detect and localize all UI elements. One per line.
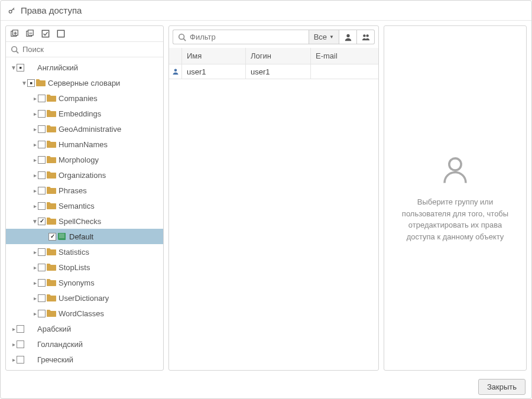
tree-checkbox[interactable] bbox=[38, 294, 46, 302]
tree-checkbox[interactable] bbox=[17, 64, 24, 72]
expand-arrow[interactable]: ▸ bbox=[32, 280, 38, 286]
filter-user-button[interactable] bbox=[339, 30, 357, 44]
row-icon-cell bbox=[169, 64, 182, 79]
folder-icon bbox=[47, 294, 56, 302]
tree-node-semantics[interactable]: ▸Semantics bbox=[6, 198, 163, 213]
tree-label: SpellChecks bbox=[59, 217, 101, 226]
tree-search[interactable] bbox=[6, 41, 163, 57]
filter-group-button[interactable] bbox=[357, 30, 375, 44]
tree-checkbox[interactable] bbox=[17, 356, 24, 364]
tree-label: Semantics bbox=[59, 202, 95, 210]
tree-node-stoplists[interactable]: ▸StopLists bbox=[6, 259, 163, 275]
tree-node-greek[interactable]: ▸Греческий bbox=[6, 352, 163, 367]
expand-arrow[interactable]: ▸ bbox=[11, 326, 17, 332]
filter-row: Все ▼ bbox=[169, 26, 378, 48]
grid-header: Имя Логин E-mail bbox=[169, 48, 378, 64]
tree-node-default[interactable]: ▸Default bbox=[6, 229, 163, 244]
expand-arrow[interactable]: ▸ bbox=[32, 95, 38, 102]
tree-checkbox[interactable] bbox=[38, 156, 46, 164]
expand-arrow[interactable]: ▼ bbox=[21, 80, 27, 86]
tree-node-arabic[interactable]: ▸Арабский bbox=[6, 321, 163, 336]
expand-arrow[interactable]: ▸ bbox=[32, 187, 38, 194]
expand-arrow[interactable]: ▸ bbox=[32, 126, 38, 132]
dialog-body: ▼Английский▼Серверные словари▸Companies▸… bbox=[1, 21, 531, 375]
folder-icon bbox=[47, 109, 56, 118]
group-icon bbox=[362, 33, 370, 41]
tree-search-input[interactable] bbox=[22, 45, 158, 54]
tree-node-organizations[interactable]: ▸Organizations bbox=[6, 167, 163, 183]
filter-box[interactable] bbox=[173, 30, 309, 44]
tree-node-dutch[interactable]: ▸Голландский bbox=[6, 336, 163, 352]
tree-node-spellchecks[interactable]: ▼SpellChecks bbox=[6, 213, 163, 229]
tree-checkbox[interactable] bbox=[17, 325, 24, 333]
access-rights-dialog: Права доступа ▼Английский▼Серверные слов… bbox=[0, 0, 532, 399]
expand-arrow[interactable]: ▼ bbox=[32, 218, 38, 225]
tree-node-embeddings[interactable]: ▸Embeddings bbox=[6, 106, 163, 121]
tree-label: HumanNames bbox=[59, 140, 108, 149]
tree-node-statistics[interactable]: ▸Statistics bbox=[6, 244, 163, 259]
tree-checkbox[interactable] bbox=[38, 125, 46, 133]
collapse-all-icon[interactable] bbox=[26, 30, 34, 38]
col-login[interactable]: Логин bbox=[246, 48, 311, 64]
tree-node-companies[interactable]: ▸Companies bbox=[6, 90, 163, 106]
tree-label: Phrases bbox=[59, 186, 87, 195]
tree-node-userdict[interactable]: ▸UserDictionary bbox=[6, 290, 163, 306]
tree-node-english[interactable]: ▼Английский bbox=[6, 60, 163, 75]
expand-arrow[interactable]: ▸ bbox=[32, 295, 38, 301]
tree-checkbox[interactable] bbox=[48, 233, 56, 241]
expand-arrow[interactable]: ▸ bbox=[11, 341, 17, 348]
expand-arrow[interactable]: ▸ bbox=[32, 249, 38, 255]
expand-arrow[interactable]: ▼ bbox=[11, 64, 17, 71]
tree-checkbox[interactable] bbox=[38, 171, 46, 179]
filter-dd-label: Все bbox=[314, 33, 327, 41]
tree-checkbox[interactable] bbox=[38, 279, 46, 287]
tree-node-phrases[interactable]: ▸Phrases bbox=[6, 183, 163, 198]
expand-arrow[interactable]: ▸ bbox=[32, 157, 38, 163]
users-panel: Все ▼ Имя Логин E-mail user1user1 bbox=[168, 25, 379, 371]
close-button[interactable]: Закрыть bbox=[478, 379, 525, 395]
tree-node-geoadmin[interactable]: ▸GeoAdministrative bbox=[6, 121, 163, 137]
folder-icon bbox=[47, 140, 56, 148]
check-all-icon[interactable] bbox=[41, 30, 50, 38]
tree-checkbox[interactable] bbox=[17, 340, 24, 348]
expand-arrow[interactable]: ▸ bbox=[32, 172, 38, 179]
svg-point-10 bbox=[363, 34, 365, 37]
filter-input[interactable] bbox=[190, 33, 304, 41]
tree-checkbox[interactable] bbox=[38, 202, 46, 210]
search-icon bbox=[178, 33, 186, 41]
tree-checkbox[interactable] bbox=[27, 79, 35, 87]
detail-panel: Выберите группу или пользователя для тог… bbox=[384, 25, 527, 371]
folder-icon bbox=[47, 125, 56, 133]
tree-node-morphology[interactable]: ▸Morphology bbox=[6, 152, 163, 167]
detail-placeholder-text: Выберите группу или пользователя для тог… bbox=[396, 196, 514, 242]
tree-checkbox[interactable] bbox=[38, 248, 46, 256]
expand-all-icon[interactable] bbox=[11, 30, 19, 38]
tree-node-synonyms[interactable]: ▸Synonyms bbox=[6, 275, 163, 290]
expand-arrow[interactable]: ▸ bbox=[32, 111, 38, 117]
expand-arrow[interactable]: ▸ bbox=[32, 141, 38, 148]
filter-dropdown[interactable]: Все ▼ bbox=[309, 30, 339, 44]
expand-arrow[interactable]: ▸ bbox=[32, 264, 38, 271]
row-email bbox=[311, 64, 378, 79]
tree-checkbox[interactable] bbox=[38, 95, 46, 102]
col-email[interactable]: E-mail bbox=[311, 48, 378, 64]
tree-checkbox[interactable] bbox=[38, 110, 46, 118]
tree[interactable]: ▼Английский▼Серверные словари▸Companies▸… bbox=[6, 57, 163, 370]
tree-checkbox[interactable] bbox=[38, 310, 46, 317]
tree-checkbox[interactable] bbox=[38, 264, 46, 271]
tree-label: StopLists bbox=[59, 263, 90, 272]
caret-down-icon: ▼ bbox=[329, 34, 334, 40]
tree-label: Голландский bbox=[37, 340, 83, 349]
expand-arrow[interactable]: ▸ bbox=[32, 203, 38, 209]
tree-node-humannames[interactable]: ▸HumanNames bbox=[6, 137, 163, 152]
expand-arrow[interactable]: ▸ bbox=[32, 310, 38, 317]
uncheck-all-icon[interactable] bbox=[57, 30, 65, 38]
tree-checkbox[interactable] bbox=[38, 218, 46, 225]
tree-node-server-dicts[interactable]: ▼Серверные словари bbox=[6, 75, 163, 90]
table-row[interactable]: user1user1 bbox=[169, 64, 378, 79]
col-name[interactable]: Имя bbox=[182, 48, 246, 64]
tree-checkbox[interactable] bbox=[38, 187, 46, 194]
expand-arrow[interactable]: ▸ bbox=[11, 356, 17, 363]
tree-checkbox[interactable] bbox=[38, 141, 46, 148]
tree-node-wordclasses[interactable]: ▸WordClasses bbox=[6, 306, 163, 321]
